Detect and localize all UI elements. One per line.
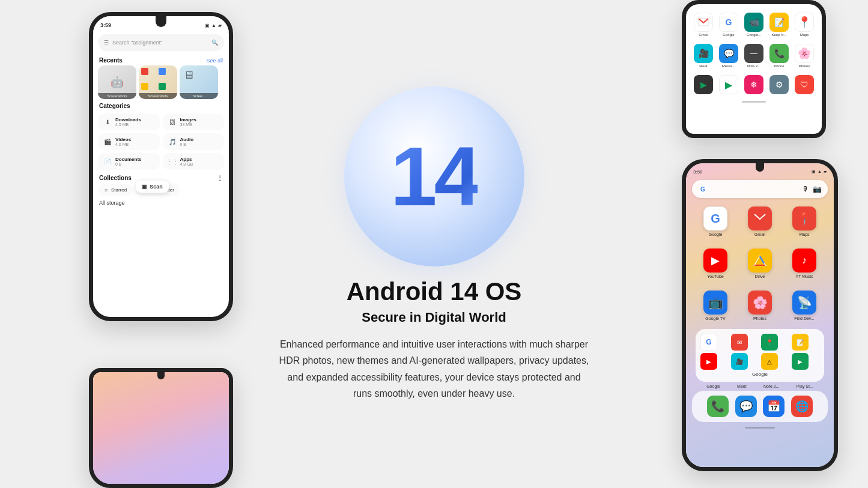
playpass-icon: ▶ xyxy=(694,75,713,94)
dock-chrome[interactable]: 🌐 xyxy=(791,396,813,417)
cat-downloads[interactable]: ⬇ Downloads 4.5 MB xyxy=(98,113,160,130)
home-status-icons: ▣ ▲ ▰ xyxy=(812,169,827,174)
app-redshield[interactable]: 🛡 xyxy=(793,75,816,95)
app-pinwheel[interactable]: ❄ xyxy=(742,75,765,95)
home-app-grid-row1: G Google Gmail 📍 Maps xyxy=(686,200,834,242)
keepnotes-icon: 📝 xyxy=(769,13,789,32)
phone-left: 3:59 ▣ ▲ ▰ ☰ Search "assignment" 🔍 Recen… xyxy=(89,12,233,321)
phone-bottom-left xyxy=(89,368,233,488)
phone-frame-bottom-left xyxy=(89,368,233,488)
settings-icon: ⚙ xyxy=(769,75,789,94)
home-app-maps[interactable]: 📍 Maps xyxy=(785,206,824,236)
cat-documents[interactable]: 📄 Documents 0 B xyxy=(98,153,160,170)
folder-maps: 📍 xyxy=(761,334,778,351)
cat-audio[interactable]: 🎵 Audio 0 B xyxy=(163,133,225,150)
cat-videos[interactable]: 🎬 Videos 4.0 MB xyxy=(98,133,160,150)
thumb1-label: Screenshots xyxy=(98,93,136,99)
signal-icon: ▣ xyxy=(205,23,210,28)
folder-meet: 🎥 xyxy=(731,353,748,370)
app-settings[interactable]: ⚙ xyxy=(768,75,791,95)
app-keepnotes[interactable]: 📝 Keep N... xyxy=(768,13,791,37)
phone-frame-right-bottom: 3:58 ▣ ▲ ▰ G 🎙 📷 G Goo xyxy=(682,159,838,471)
google-icon: G xyxy=(719,13,738,32)
phone-frame-right-top: Gmail G Google 📹 Google... xyxy=(682,0,826,138)
home-drive-icon xyxy=(748,249,772,273)
images-name: Images xyxy=(180,117,197,122)
home-signal-icon: ▣ xyxy=(812,169,816,174)
page-layout: 14 Android 14 OS Secure in Digital World… xyxy=(0,0,868,488)
app-maps[interactable]: 📍 Maps xyxy=(793,13,816,37)
status-icons-left: ▣ ▲ ▰ xyxy=(205,23,222,28)
scan-label: Scan xyxy=(150,184,163,190)
images-icon: 🖼 xyxy=(168,117,177,127)
home-photos-label: Photos xyxy=(753,316,766,321)
home-app-ytmusic[interactable]: ♪ YT Music xyxy=(785,249,824,279)
categories-label: Categories xyxy=(99,103,130,109)
home-app-gmail[interactable]: Gmail xyxy=(740,206,780,236)
gmail-icon xyxy=(694,13,713,32)
cat-apps[interactable]: ⋮⋮ Apps 4.8 GB xyxy=(163,153,225,170)
maps-icon: 📍 xyxy=(795,13,814,32)
categories-section: Categories ⬇ Downloads 4.5 MB 🖼 Images xyxy=(93,103,229,170)
mic-icon[interactable]: 🎙 xyxy=(802,185,809,193)
fm-search-bar[interactable]: ☰ Search "assignment" 🔍 xyxy=(98,34,224,51)
dock-google-label: Google xyxy=(706,384,720,388)
app-gmail[interactable]: Gmail xyxy=(692,13,715,37)
home-app-finddevice[interactable]: 📡 Find Dev... xyxy=(785,291,824,321)
all-storage[interactable]: All storage xyxy=(93,196,229,209)
lens-icon[interactable]: 📷 xyxy=(813,185,822,193)
dock-messages[interactable]: 💬 xyxy=(735,396,757,417)
home-app-drive[interactable]: Drive xyxy=(740,249,780,279)
home-indicator xyxy=(742,101,766,103)
folder-apps-grid: G ✉ 📍 📝 ▶ 🎥 △ ▶ xyxy=(700,334,819,370)
folder-google: G xyxy=(700,334,717,351)
home-gmail-label: Gmail xyxy=(754,232,765,236)
documents-name: Documents xyxy=(115,157,142,162)
dock-calendar[interactable]: 📅 xyxy=(763,396,785,417)
home-googletv-label: Google TV xyxy=(705,316,725,321)
home-app-photos[interactable]: 🌸 Photos xyxy=(740,291,780,321)
home-dock: 📞 💬 📅 🌐 xyxy=(692,391,828,422)
audio-icon: 🎵 xyxy=(168,137,177,146)
app-phone[interactable]: 📞 Phone xyxy=(768,44,791,68)
home-search-bar[interactable]: G 🎙 📷 xyxy=(692,180,828,198)
star-icon: ☆ xyxy=(104,187,108,193)
app-note2[interactable]: — Note 2... xyxy=(742,44,765,68)
app-photos[interactable]: 🌸 Photos xyxy=(793,44,816,68)
home-app-googletv[interactable]: 📺 Google TV xyxy=(696,291,735,321)
thumb2-label: Screenshots xyxy=(139,93,177,99)
categories-header: Categories xyxy=(98,103,224,111)
keepnotes-label: Keep N... xyxy=(771,33,786,37)
app-meet[interactable]: 🎥 Meet xyxy=(692,44,715,68)
google-folder[interactable]: G ✉ 📍 📝 ▶ 🎥 △ ▶ Google xyxy=(696,329,824,382)
home-indicator-bottom xyxy=(745,427,775,429)
app-playpass[interactable]: ▶ xyxy=(692,75,715,95)
search-text: Search "assignment" xyxy=(112,40,162,46)
home-app-grid-row3: 📺 Google TV 🌸 Photos 📡 Find Dev... xyxy=(686,285,834,327)
app-google[interactable]: G Google xyxy=(717,13,740,37)
home-ytmusic-label: YT Music xyxy=(795,274,813,279)
sub-title: Secure in Digital World xyxy=(362,310,506,325)
downloads-size: 4.5 MB xyxy=(115,122,141,127)
cat-images[interactable]: 🖼 Images 33 MB xyxy=(163,113,225,130)
phone-label: Phone xyxy=(774,64,784,68)
folder-yt: ▶ xyxy=(700,353,717,370)
dock-phone[interactable]: 📞 xyxy=(707,396,729,417)
app-messages[interactable]: 💬 Messa... xyxy=(717,44,740,68)
home-app-grid-row2: ▶ YouTube Drive ♪ YT Music xyxy=(686,242,834,285)
app-google-meet[interactable]: 📹 Google... xyxy=(742,13,765,37)
all-storage-label: All storage xyxy=(99,200,125,206)
home-app-google[interactable]: G Google xyxy=(696,206,735,236)
note2-icon: — xyxy=(744,44,763,63)
scan-tooltip[interactable]: ▣ Scan xyxy=(136,181,169,193)
home-app-youtube[interactable]: ▶ YouTube xyxy=(696,249,735,279)
documents-size: 0 B xyxy=(115,162,142,166)
app-playstore[interactable]: ▶ xyxy=(717,75,740,95)
home-wifi-icon: ▲ xyxy=(818,169,822,174)
phone-right-top: Gmail G Google 📹 Google... xyxy=(682,0,826,138)
center-content: 14 Android 14 OS Secure in Digital World… xyxy=(252,0,616,488)
see-all-button[interactable]: See all xyxy=(206,58,223,64)
folder-drive: △ xyxy=(761,353,778,370)
starred-item[interactable]: ☆ Starred xyxy=(98,184,133,196)
images-size: 33 MB xyxy=(180,122,197,127)
